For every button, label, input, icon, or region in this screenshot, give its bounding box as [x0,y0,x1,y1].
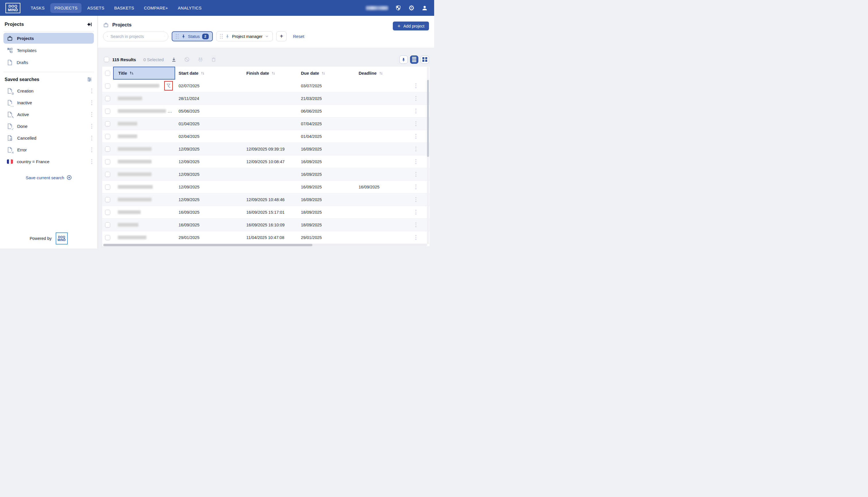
info-icon[interactable] [164,33,165,39]
header-checkbox[interactable] [105,71,110,76]
row-menu-icon[interactable] [414,108,418,115]
saved-search-menu-icon[interactable] [90,158,93,165]
saved-search-creation[interactable]: ⚙Creation [0,85,97,97]
horizontal-scrollbar [103,244,427,246]
row-menu-icon[interactable] [414,171,418,178]
table-row[interactable]: 12/09/202512/09/2025 10:08:4716/09/2025 [102,155,429,168]
column-header-start-date[interactable]: Start date [175,67,243,80]
row-checkbox[interactable] [105,83,110,88]
row-checkbox[interactable] [105,210,110,215]
row-menu-icon[interactable] [414,82,418,89]
saved-search-menu-icon[interactable] [90,99,93,106]
column-header-title[interactable]: Title [113,67,175,80]
drag-handle-icon[interactable] [176,34,179,39]
nav-item-baskets[interactable]: BASKETS [110,3,138,13]
row-checkbox[interactable] [105,121,110,126]
sidebar-main-items: ProjectsTemplatesDrafts [0,33,97,68]
cancel-action-icon [184,57,190,62]
row-menu-icon[interactable] [414,183,418,190]
horizontal-scrollbar-thumb[interactable] [103,244,312,246]
add-filter-funnel-icon[interactable] [166,83,172,88]
row-checkbox[interactable] [105,172,110,177]
row-checkbox[interactable] [105,222,110,228]
row-checkbox[interactable] [105,134,110,139]
row-checkbox[interactable] [105,197,110,202]
saved-search-menu-icon[interactable] [90,146,93,153]
drag-handle-icon[interactable] [220,34,223,39]
row-menu-icon[interactable] [414,95,418,102]
row-menu-icon[interactable] [414,196,418,203]
export-download-icon[interactable] [171,57,177,62]
table-row[interactable]: 16/09/202516/09/2025 16:10:0918/09/2025 [102,218,429,231]
sidebar-item-label: Templates [17,48,36,53]
start-date-cell: 12/09/2025 [175,147,243,152]
add-project-button[interactable]: + Add project [393,22,429,30]
vertical-scrollbar-thumb[interactable] [427,80,429,157]
user-profile-icon[interactable] [422,5,428,11]
saved-search-done[interactable]: ✓Done [0,120,97,132]
saved-search-country-france[interactable]: country = France [0,156,97,168]
saved-searches-settings-icon[interactable] [87,77,92,82]
saved-search-inactive[interactable]: ...Inactive [0,97,97,109]
saved-search-menu-icon[interactable] [90,111,93,118]
sidebar-item-projects[interactable]: Projects [3,33,94,44]
title-cell [113,185,175,189]
table-row[interactable]: 28/11/202421/03/2025 [102,92,429,105]
search-input[interactable] [111,34,164,39]
row-checkbox[interactable] [105,96,110,101]
nav-item-analytics[interactable]: ANALYTICS [174,3,206,13]
row-checkbox[interactable] [105,184,110,189]
table-row[interactable]: 02/04/202501/04/2025 [102,130,429,143]
title-cell [113,122,175,126]
app-logo[interactable]: DOQ MIND [5,3,20,13]
row-menu-icon[interactable] [414,120,418,127]
row-checkbox[interactable] [105,159,110,164]
filter-chip-project-manager[interactable]: Project manager [216,31,273,41]
nav-item-tasks[interactable]: TASKS [27,3,48,13]
row-menu-icon[interactable] [414,133,418,140]
pin-view-button[interactable] [399,55,408,64]
grid-view-button[interactable] [421,55,429,64]
sidebar-item-drafts[interactable]: Drafts [3,57,94,68]
add-filter-button[interactable]: + [276,31,286,41]
row-checkbox[interactable] [105,109,110,114]
saved-search-cancelled[interactable]: ⊘Cancelled [0,132,97,144]
row-checkbox[interactable] [105,235,110,240]
row-menu-icon[interactable] [414,209,418,216]
table-row[interactable]: 12/09/202516/09/202516/09/2025 [102,181,429,193]
row-checkbox[interactable] [105,146,110,152]
table-row[interactable]: 12/09/202516/09/2025 [102,168,429,181]
column-header-finish-date[interactable]: Finish date [243,67,297,80]
sidebar-collapse-icon[interactable] [86,22,92,27]
table-row[interactable]: 12/09/202512/09/2025 09:39:1916/09/2025 [102,143,429,155]
table-row[interactable]: ...05/06/202506/06/2025 [102,105,429,117]
reset-filters-link[interactable]: Reset [293,34,304,39]
select-all-checkbox[interactable] [104,57,109,62]
saved-search-menu-icon[interactable] [90,123,93,130]
row-menu-icon[interactable] [414,158,418,165]
table-row[interactable]: 02/07/202503/07/2025 [102,80,429,92]
row-menu-icon[interactable] [414,234,418,241]
row-menu-icon[interactable] [414,221,418,228]
nav-item-projects[interactable]: PROJECTS [50,3,82,13]
saved-search-error[interactable]: ✕Error [0,144,97,156]
sidebar-item-templates[interactable]: Templates [3,45,94,56]
column-header-due-date[interactable]: Due date [297,67,355,80]
saved-search-menu-icon[interactable] [90,87,93,95]
row-menu-icon[interactable] [414,145,418,153]
list-view-button[interactable] [410,55,418,64]
nav-item-compare[interactable]: COMPARE+ [140,3,172,13]
due-date-cell: 07/04/2025 [297,122,355,126]
table-row[interactable]: 01/04/202507/04/2025 [102,117,429,130]
shield-icon[interactable] [395,5,401,11]
settings-gear-icon[interactable]: ⚙ [408,5,415,11]
column-header-deadline[interactable]: Deadline [355,67,401,80]
save-current-search-link[interactable]: Save current search [0,175,97,180]
nav-item-assets[interactable]: ASSETS [83,3,108,13]
table-row[interactable]: 29/01/202511/04/2025 10:47:0829/01/2025 [102,231,429,244]
filter-chip-status[interactable]: Status 2 [172,31,213,41]
table-row[interactable]: 12/09/202512/09/2025 10:48:4616/09/2025 [102,193,429,206]
table-row[interactable]: 16/09/202516/09/2025 15:17:0118/09/2025 [102,206,429,218]
saved-search-active[interactable]: ↖Active [0,109,97,120]
saved-search-menu-icon[interactable] [90,134,93,142]
